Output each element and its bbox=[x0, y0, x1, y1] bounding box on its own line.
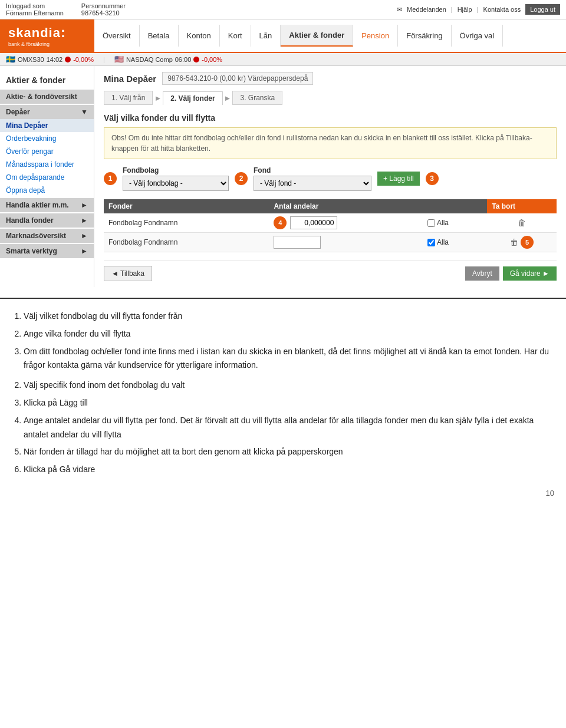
nav-tab-konton[interactable]: Konton bbox=[179, 25, 220, 47]
content-area: Mina Depåer 9876-543.210-0 (0,00 kr) Vär… bbox=[94, 66, 566, 287]
logo-skandia: skandia: bbox=[8, 24, 66, 41]
alla-checkbox-1[interactable] bbox=[427, 219, 435, 227]
alla-checkbox-2[interactable] bbox=[427, 239, 435, 246]
instruction-num-3: Klicka på Lägg till bbox=[24, 396, 554, 410]
info-box: Obs! Om du inte hittar ditt fondbolag oc… bbox=[104, 127, 557, 159]
table-row: Fondbolag Fondnamn 4 Alla bbox=[104, 213, 557, 233]
section-title: Välj vilka fonder du vill flytta bbox=[104, 113, 557, 123]
nav-tab-lan[interactable]: Lån bbox=[251, 25, 281, 47]
ticker-nasdaq: 🇺🇸 NASDAQ Comp 06:00 -0,00% bbox=[114, 55, 222, 64]
table-row: Fondbolag Fondnamn Alla 🗑 bbox=[104, 233, 557, 252]
nav-tab-aktier[interactable]: Aktier & fonder bbox=[281, 25, 353, 47]
sidebar-item-oppna-depa[interactable]: Öppna depå bbox=[0, 184, 94, 197]
page-divider bbox=[0, 298, 566, 299]
ticker-omxs30: 🇸🇪 OMXS30 14:02 -0,00% bbox=[6, 55, 94, 64]
top-bar-right: ✉ Meddelanden | Hjälp | Kontakta oss Log… bbox=[397, 4, 560, 15]
antal-input-2[interactable] bbox=[274, 236, 321, 249]
sidebar-item-orderbevakning[interactable]: Orderbevakning bbox=[0, 132, 94, 145]
logo-area: skandia: bank & försäkring bbox=[0, 19, 94, 52]
fond-select-row: 1 Fondbolag - Välj fondbolag - 2 Fond - … bbox=[104, 166, 557, 191]
depot-id: 9876-543.210-0 (0,00 kr) Värdepappersdep… bbox=[162, 72, 313, 85]
marknad-arrow-icon: ► bbox=[81, 232, 88, 240]
step-3[interactable]: 3. Granska bbox=[232, 91, 282, 105]
instruction-num-4: Ange antalet andelar du vill flytta per … bbox=[24, 414, 554, 442]
ticker-nasdaq-change: -0,00% bbox=[202, 56, 222, 63]
logged-in-label: Inloggad som bbox=[6, 2, 64, 9]
instruction-item-3: Om ditt fondbolag och/eller fond inte fi… bbox=[24, 345, 554, 373]
step-2[interactable]: 2. Välj fonder bbox=[163, 91, 222, 105]
hjalp-link[interactable]: Hjälp bbox=[458, 6, 472, 13]
col-header-fonder: Fonder bbox=[104, 199, 269, 213]
meddelanden-link[interactable]: Meddelanden bbox=[407, 6, 446, 13]
nav-tab-pension[interactable]: Pension bbox=[353, 25, 398, 47]
logout-button[interactable]: Logga ut bbox=[525, 4, 560, 15]
logo-nav: skandia: bank & försäkring Översikt Beta… bbox=[0, 19, 566, 53]
nav-tab-forsakring[interactable]: Försäkring bbox=[398, 25, 451, 47]
nav-tab-ovriga[interactable]: Övriga val bbox=[452, 25, 504, 47]
antal-input-1[interactable] bbox=[290, 216, 337, 229]
nav-tab-betala[interactable]: Betala bbox=[140, 25, 179, 47]
btn-group-right: Avbryt Gå vidare ► bbox=[465, 266, 557, 281]
sidebar-section-aktie[interactable]: Aktie- & fondöversikt bbox=[0, 90, 94, 104]
sidebar-title: Aktier & fonder bbox=[0, 72, 94, 88]
depaer-arrow-icon: ▼ bbox=[81, 108, 88, 116]
circle-5: 5 bbox=[521, 236, 534, 249]
ticker-omxs30-name: OMXS30 bbox=[18, 56, 44, 63]
person-number: 987654-3210 bbox=[81, 9, 126, 17]
instruction-num-6: Klicka på Gå vidare bbox=[24, 463, 554, 477]
fondbolag-label: Fondbolag bbox=[123, 166, 229, 174]
sidebar-item-overfor[interactable]: Överför pengar bbox=[0, 145, 94, 158]
alla-cell-1: Alla bbox=[423, 213, 487, 233]
user-name: Förnamn Efternamn bbox=[6, 9, 64, 17]
circle-3: 3 bbox=[426, 172, 439, 185]
ticker-nasdaq-time: 06:00 bbox=[175, 56, 192, 63]
kontakta-link[interactable]: Kontakta oss bbox=[483, 6, 521, 13]
tillbaka-button[interactable]: ◄ Tillbaka bbox=[104, 266, 152, 281]
sidebar-section-handla-aktier[interactable]: Handla aktier m.m. ► bbox=[0, 198, 94, 212]
sidebar-section-depaer[interactable]: Depåer ▼ bbox=[0, 105, 94, 119]
instruction-item-2: Ange vilka fonder du vill flytta bbox=[24, 327, 554, 341]
instructions: Välj vilket fondbolag du vill flytta fon… bbox=[0, 309, 566, 477]
sidebar-item-manadsspara[interactable]: Månadsspara i fonder bbox=[0, 158, 94, 171]
user-info: Inloggad som Förnamn Efternamn Personnum… bbox=[6, 2, 126, 17]
sidebar-section-smarta[interactable]: Smarta verktyg ► bbox=[0, 244, 94, 258]
bottom-buttons: ◄ Tillbaka Avbryt Gå vidare ► bbox=[104, 261, 557, 281]
fond-name-1: Fondbolag Fondnamn bbox=[104, 213, 269, 233]
sidebar: Aktier & fonder Aktie- & fondöversikt De… bbox=[0, 66, 94, 287]
fondbolag-select[interactable]: - Välj fondbolag - bbox=[123, 176, 229, 191]
smarta-arrow-icon: ► bbox=[81, 247, 88, 255]
info-text: Obs! Om du inte hittar ditt fondbolag oc… bbox=[111, 134, 532, 153]
instruction-item-1: Välj vilket fondbolag du vill flytta fon… bbox=[24, 309, 554, 324]
nav-tab-oversikt[interactable]: Översikt bbox=[94, 25, 140, 47]
nav-tab-kort[interactable]: Kort bbox=[220, 25, 251, 47]
antal-cell-1: 4 bbox=[269, 213, 423, 233]
trash-icon-2[interactable]: 🗑 bbox=[510, 238, 518, 247]
se-flag-icon: 🇸🇪 bbox=[6, 55, 15, 64]
fond-select[interactable]: - Välj fond - bbox=[254, 176, 371, 191]
sidebar-item-mina-depaer[interactable]: Mina Depåer bbox=[0, 119, 94, 132]
depot-header: Mina Depåer 9876-543.210-0 (0,00 kr) Vär… bbox=[104, 72, 557, 85]
sidebar-item-om-depa[interactable]: Om depåsparande bbox=[0, 171, 94, 184]
sidebar-section-handla-fonder[interactable]: Handla fonder ► bbox=[0, 213, 94, 228]
ticker-nasdaq-name: NASDAQ Comp bbox=[126, 56, 173, 63]
alla-cell-2: Alla bbox=[423, 233, 487, 252]
us-flag-icon: 🇺🇸 bbox=[114, 55, 124, 64]
page-number: 10 bbox=[0, 489, 566, 498]
trash-icon-1[interactable]: 🗑 bbox=[518, 218, 526, 228]
circle-2: 2 bbox=[235, 172, 248, 185]
fond-label: Fond bbox=[254, 166, 371, 174]
depot-title: Mina Depåer bbox=[104, 74, 156, 84]
sidebar-section-marknad[interactable]: Marknadsöversikt ► bbox=[0, 229, 94, 243]
nav-tabs: Översikt Betala Konton Kort Lån Aktier &… bbox=[94, 25, 566, 47]
ta-bort-cell-1: 🗑 bbox=[487, 213, 557, 233]
person-number-label: Personnummer bbox=[81, 2, 126, 9]
lagg-till-button[interactable]: + Lägg till bbox=[377, 172, 420, 186]
avbryt-button[interactable]: Avbryt bbox=[465, 266, 499, 281]
step-1[interactable]: 1. Välj från bbox=[104, 91, 153, 105]
instruction-num-5: När fonden är tillagd har du möjlighet a… bbox=[24, 445, 554, 459]
stepper: 1. Välj från ► 2. Välj fonder ► 3. Grans… bbox=[104, 91, 557, 105]
logo-tagline: bank & försäkring bbox=[8, 41, 50, 47]
circle-4: 4 bbox=[274, 216, 287, 229]
ta-bort-cell-2: 🗑 5 bbox=[487, 233, 557, 252]
ga-vidare-button[interactable]: Gå vidare ► bbox=[503, 266, 557, 281]
